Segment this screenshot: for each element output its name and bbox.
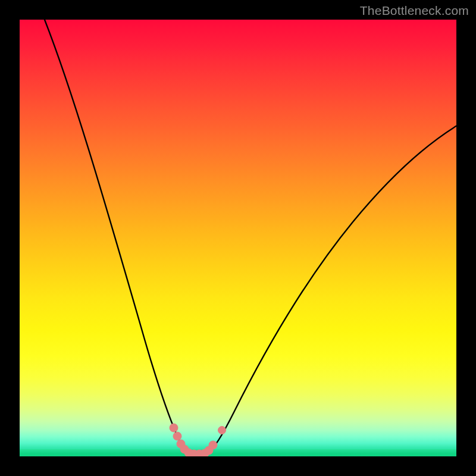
svg-point-9 bbox=[209, 441, 217, 449]
svg-point-0 bbox=[170, 424, 178, 432]
watermark-text: TheBottleneck.com bbox=[360, 4, 469, 18]
trough-marker-dots bbox=[170, 424, 226, 456]
plot-area bbox=[20, 20, 456, 456]
svg-point-10 bbox=[218, 427, 226, 434]
curve-right-branch bbox=[208, 124, 456, 453]
bottleneck-curve bbox=[20, 20, 456, 456]
svg-point-1 bbox=[173, 432, 181, 440]
curve-left-branch bbox=[42, 20, 188, 453]
chart-frame: TheBottleneck.com bbox=[0, 0, 476, 476]
